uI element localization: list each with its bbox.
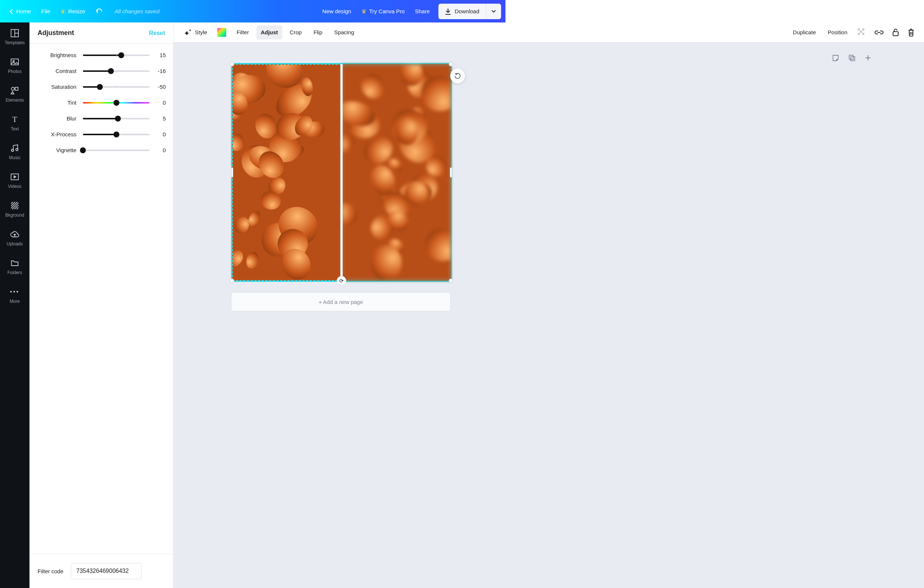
chevron-left-icon <box>10 9 13 14</box>
download-dropdown[interactable] <box>486 4 501 19</box>
slider-knob[interactable] <box>80 147 86 153</box>
slider-knob[interactable] <box>114 132 119 137</box>
music-icon <box>10 143 20 153</box>
image-left[interactable] <box>232 64 342 281</box>
crown-icon: ♛ <box>60 8 65 15</box>
filter-button[interactable]: Filter <box>232 25 253 40</box>
slider-xprocess: X-Process0 <box>30 131 166 137</box>
slider-value: -50 <box>150 84 166 90</box>
slider-value: 0 <box>150 147 166 153</box>
rail-music[interactable]: Music <box>0 137 30 166</box>
uploads-icon <box>10 230 20 239</box>
rail-more[interactable]: ••• More <box>0 281 30 310</box>
handle-tr[interactable] <box>449 62 453 66</box>
canvas-stage: ⟳ + Add a new page <box>173 42 505 322</box>
slider-label: X-Process <box>30 131 83 137</box>
slider-value: 0 <box>150 131 166 137</box>
handle-tl[interactable] <box>230 62 234 66</box>
slider-knob[interactable] <box>108 68 114 74</box>
crown-icon: ♛ <box>361 8 366 15</box>
download-button[interactable]: Download <box>439 4 486 19</box>
app-header: Home File ♛ Resize All changes saved New… <box>0 0 505 23</box>
panel-title: Adjustment <box>38 29 74 37</box>
rail-background[interactable]: Bkground <box>0 195 30 224</box>
photos-icon <box>10 57 20 67</box>
slider-brightness: Brightness15 <box>30 52 166 58</box>
slider-label: Contrast <box>30 68 83 74</box>
slider-vignette: Vignette0 <box>30 147 166 153</box>
home-button[interactable]: Home <box>5 4 36 19</box>
templates-icon <box>10 28 20 38</box>
slider-knob[interactable] <box>114 100 119 106</box>
elements-icon <box>10 86 20 96</box>
slider-label: Saturation <box>30 84 83 90</box>
more-icon: ••• <box>10 287 20 297</box>
sliders-container: Brightness15Contrast-16Saturation-50Tint… <box>30 44 173 322</box>
handle-bl[interactable] <box>230 279 234 283</box>
design-canvas[interactable]: ⟳ <box>231 63 452 282</box>
handle-l[interactable] <box>231 167 233 178</box>
slider-knob[interactable] <box>118 52 124 58</box>
download-group: Download <box>439 4 501 19</box>
slider-value: 15 <box>150 52 166 58</box>
slider-track[interactable] <box>83 118 150 119</box>
slider-label: Tint <box>30 99 83 106</box>
background-icon <box>10 201 20 210</box>
svg-point-4 <box>13 60 14 62</box>
slider-knob[interactable] <box>97 84 103 90</box>
save-status: All changes saved <box>115 8 160 14</box>
undo-button[interactable] <box>90 4 108 19</box>
adjustment-panel: Adjustment Reset Brightness15Contrast-16… <box>30 23 173 322</box>
adjust-button[interactable]: Adjust <box>256 25 282 40</box>
flip-button[interactable]: Flip <box>309 25 327 40</box>
slider-contrast: Contrast-16 <box>30 68 166 74</box>
spacing-button[interactable]: Spacing <box>330 25 358 40</box>
divider[interactable] <box>340 64 343 281</box>
style-button[interactable]: Style <box>180 25 211 40</box>
handle-r[interactable] <box>450 167 452 178</box>
crop-button[interactable]: Crop <box>285 25 306 40</box>
videos-icon <box>10 172 20 182</box>
rail-elements[interactable]: Elements <box>0 80 30 109</box>
slider-track[interactable] <box>83 134 150 135</box>
rail-photos[interactable]: Photos <box>0 51 30 80</box>
panel-header: Adjustment Reset <box>30 23 173 44</box>
left-rail: Templates Photos Elements T Text Music V… <box>0 23 30 322</box>
slider-value: 0 <box>150 99 166 106</box>
rail-videos[interactable]: Videos <box>0 166 30 195</box>
svg-rect-3 <box>11 59 18 65</box>
rail-folders[interactable]: Folders <box>0 253 30 281</box>
rail-text[interactable]: T Text <box>0 109 30 137</box>
image-right[interactable] <box>342 64 451 281</box>
slider-value: 5 <box>150 115 166 122</box>
reset-button[interactable]: Reset <box>149 30 165 36</box>
slider-track[interactable] <box>83 86 150 88</box>
swap-button[interactable]: ⟳ <box>337 276 346 286</box>
slider-label: Blur <box>30 115 83 122</box>
rail-templates[interactable]: Templates <box>0 23 30 51</box>
slider-tint: Tint0 <box>30 99 166 106</box>
download-icon <box>445 8 451 15</box>
slider-label: Brightness <box>30 52 83 58</box>
color-button[interactable] <box>214 25 229 40</box>
slider-knob[interactable] <box>115 116 121 122</box>
chevron-down-icon <box>492 10 496 13</box>
folders-icon <box>10 258 20 268</box>
try-pro-button[interactable]: ♛ Try Canva Pro <box>356 4 410 19</box>
file-menu[interactable]: File <box>36 4 55 19</box>
new-design-button[interactable]: New design <box>317 4 356 19</box>
svg-point-5 <box>12 87 14 90</box>
svg-rect-6 <box>15 87 18 90</box>
rail-uploads[interactable]: Uploads <box>0 224 30 253</box>
slider-label: Vignette <box>30 147 83 153</box>
resize-button[interactable]: ♛ Resize <box>55 4 90 19</box>
handle-br[interactable] <box>449 279 453 283</box>
slider-track[interactable] <box>83 102 150 104</box>
rotate-button[interactable] <box>450 69 465 83</box>
slider-track[interactable] <box>83 55 150 56</box>
rotate-icon <box>454 72 461 79</box>
add-page-button[interactable]: + Add a new page <box>231 292 450 311</box>
slider-track[interactable] <box>83 150 150 151</box>
slider-track[interactable] <box>83 70 150 72</box>
share-button[interactable]: Share <box>410 4 435 19</box>
